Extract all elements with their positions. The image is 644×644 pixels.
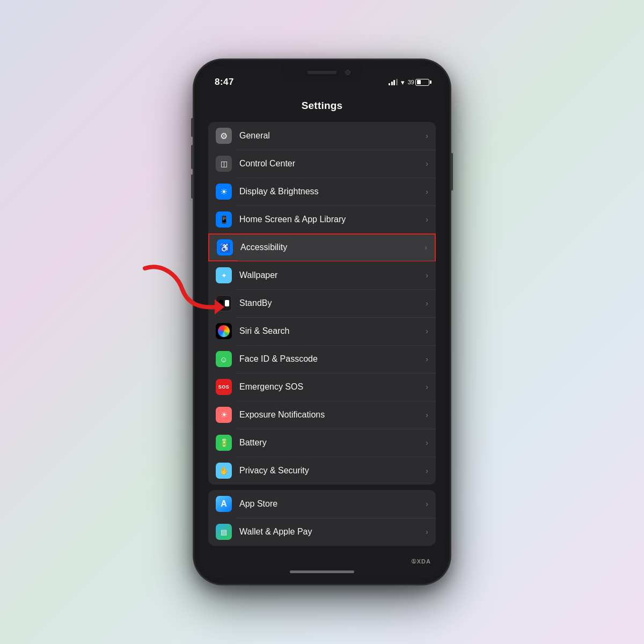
faceid-label: Face ID & Passcode: [239, 354, 426, 364]
control-center-chevron: ›: [426, 159, 428, 168]
settings-row-battery[interactable]: 🔋 Battery ›: [208, 429, 436, 457]
exposure-icon: ☀: [216, 407, 232, 423]
accessibility-icon: ♿: [217, 239, 233, 255]
wallet-icon: ▤: [216, 524, 232, 540]
camera: [345, 70, 350, 75]
display-label: Display & Brightness: [239, 187, 426, 196]
status-time: 8:47: [215, 77, 234, 87]
home-screen-chevron: ›: [426, 215, 428, 224]
settings-row-display[interactable]: ☀ Display & Brightness ›: [208, 178, 436, 206]
wallet-label: Wallet & Apple Pay: [239, 527, 426, 537]
arrow-annotation: [129, 258, 236, 322]
standby-chevron: ›: [426, 299, 428, 308]
notch: [282, 65, 362, 82]
appstore-label: App Store: [239, 499, 426, 509]
home-screen-label: Home Screen & App Library: [239, 215, 426, 224]
sos-badge: SOS: [216, 383, 232, 391]
page-title: Settings: [302, 100, 343, 112]
volume-up-button[interactable]: [191, 145, 193, 169]
settings-row-privacy[interactable]: ✋ Privacy & Security ›: [208, 457, 436, 485]
svg-marker-0: [215, 299, 224, 314]
privacy-label: Privacy & Security: [239, 466, 426, 475]
settings-row-standby[interactable]: StandBy ›: [208, 289, 436, 317]
status-icons: ▾ 39: [389, 78, 429, 86]
scene: 8:47 ▾ 39: [193, 59, 451, 585]
accessibility-label: Accessibility: [240, 243, 425, 252]
wallpaper-chevron: ›: [426, 271, 428, 280]
siri-icon: [216, 323, 232, 339]
signal-bar-4: [396, 79, 398, 85]
control-center-icon: ◫: [216, 156, 232, 172]
sos-chevron: ›: [426, 383, 428, 391]
signal-bar-1: [389, 83, 390, 85]
xda-watermark: ①XDA: [411, 558, 431, 565]
settings-row-appstore[interactable]: A App Store ›: [208, 490, 436, 518]
privacy-icon: ✋: [216, 463, 232, 479]
home-screen-icon: 📱: [216, 211, 232, 228]
battery-label: Battery: [239, 438, 426, 448]
siri-label: Siri & Search: [239, 326, 426, 336]
settings-list: ⚙ General › ◫ Control Center ›: [208, 122, 436, 579]
signal-bar-3: [393, 80, 395, 85]
faceid-icon: ☺: [216, 351, 232, 367]
control-center-label: Control Center: [239, 159, 426, 169]
settings-row-siri[interactable]: Siri & Search ›: [208, 317, 436, 345]
power-button[interactable]: [451, 153, 453, 191]
settings-row-accessibility[interactable]: ♿ Accessibility ›: [208, 233, 436, 261]
sos-label: Emergency SOS: [239, 382, 426, 392]
phone-shell: 8:47 ▾ 39: [193, 59, 451, 585]
home-indicator: [290, 570, 354, 573]
appstore-chevron: ›: [426, 500, 428, 508]
signal-bar-2: [391, 82, 393, 85]
settings-row-exposure[interactable]: ☀ Exposure Notifications ›: [208, 401, 436, 429]
general-label: General: [239, 131, 426, 141]
wifi-icon: ▾: [401, 78, 405, 86]
siri-chevron: ›: [426, 327, 428, 335]
sos-icon: SOS: [216, 379, 232, 395]
appstore-icon: A: [216, 496, 232, 512]
speaker: [308, 71, 337, 74]
accessibility-chevron: ›: [425, 243, 427, 252]
settings-group-1: ⚙ General › ◫ Control Center ›: [208, 122, 436, 485]
wallet-chevron: ›: [426, 528, 428, 536]
display-chevron: ›: [426, 187, 428, 196]
wallpaper-label: Wallpaper: [239, 270, 426, 280]
screen: 8:47 ▾ 39: [200, 65, 444, 579]
signal-icon: [389, 79, 398, 85]
settings-row-wallet[interactable]: ▤ Wallet & Apple Pay ›: [208, 518, 436, 546]
settings-row-home-screen[interactable]: 📱 Home Screen & App Library ›: [208, 206, 436, 233]
battery-body: [415, 79, 429, 86]
volume-down-button[interactable]: [191, 174, 193, 199]
exposure-label: Exposure Notifications: [239, 410, 426, 420]
battery-fill: [417, 80, 421, 84]
settings-row-general[interactable]: ⚙ General ›: [208, 122, 436, 150]
privacy-chevron: ›: [426, 466, 428, 475]
faceid-chevron: ›: [426, 355, 428, 363]
battery-chevron: ›: [426, 438, 428, 447]
general-icon: ⚙: [216, 128, 232, 144]
settings-header: Settings: [200, 92, 444, 119]
standby-label: StandBy: [239, 298, 426, 308]
settings-row-control-center[interactable]: ◫ Control Center ›: [208, 150, 436, 178]
battery-icon: 🔋: [216, 435, 232, 451]
display-icon: ☀: [216, 184, 232, 200]
exposure-chevron: ›: [426, 411, 428, 419]
settings-row-wallpaper[interactable]: ✦ Wallpaper ›: [208, 261, 436, 289]
settings-row-faceid[interactable]: ☺ Face ID & Passcode ›: [208, 345, 436, 373]
general-chevron: ›: [426, 131, 428, 140]
settings-row-sos[interactable]: SOS Emergency SOS ›: [208, 373, 436, 401]
battery-indicator: 39: [408, 79, 429, 86]
battery-percent: 39: [408, 79, 414, 85]
settings-group-2: A App Store › ▤ Wallet & Apple Pay ›: [208, 490, 436, 546]
mute-button[interactable]: [191, 118, 193, 137]
